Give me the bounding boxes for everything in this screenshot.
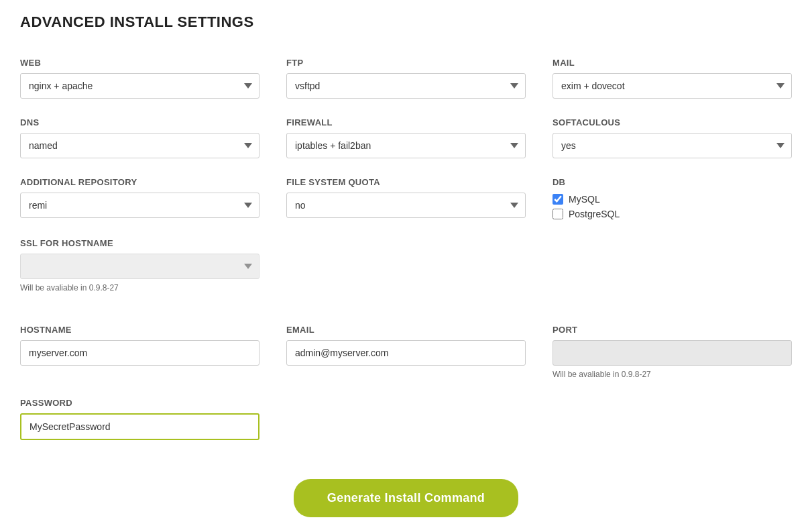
postgresql-label: PostgreSQL	[569, 209, 620, 219]
firewall-label: Firewall	[286, 117, 526, 127]
mysql-label: MySQL	[569, 194, 600, 205]
ftp-label: FTP	[286, 58, 526, 68]
mysql-checkbox-item: MySQL	[553, 194, 792, 205]
web-select[interactable]: nginx + apache apache nginx	[20, 73, 259, 99]
file-system-quota-group: File System Quota no yes	[286, 177, 526, 219]
firewall-group: Firewall iptables + fail2ban iptables no	[286, 117, 526, 158]
dns-group: DNS named bind no	[20, 117, 259, 158]
mail-select[interactable]: exim + dovecot exim dovecot	[553, 73, 792, 99]
generate-btn-container: Generate Install Command	[20, 479, 792, 530]
additional-repo-group: Additional Repository remi no	[20, 177, 259, 219]
hostname-label: Hostname	[20, 325, 259, 335]
password-label: Password	[20, 398, 259, 408]
web-group: WEB nginx + apache apache nginx	[20, 58, 259, 99]
file-system-quota-label: File System Quota	[286, 177, 526, 187]
hostname-group: Hostname	[20, 325, 259, 379]
generate-install-command-button[interactable]: Generate Install Command	[294, 479, 518, 517]
ssl-hostname-note: Will be avaliable in 0.9.8-27	[20, 283, 259, 293]
additional-repo-label: Additional Repository	[20, 177, 259, 187]
page-title: ADVANCED INSTALL SETTINGS	[20, 13, 792, 31]
email-input[interactable]	[286, 340, 526, 366]
port-group: Port Will be avaliable in 0.9.8-27	[553, 325, 792, 379]
ssl-hostname-group: SSL for Hostname Will be avaliable in 0.…	[20, 238, 259, 293]
softaculous-group: SOFTACULOUS yes no	[553, 117, 792, 158]
ftp-group: FTP vsftpd proftpd pure-ftpd	[286, 58, 526, 99]
firewall-select[interactable]: iptables + fail2ban iptables no	[286, 133, 526, 158]
ftp-select[interactable]: vsftpd proftpd pure-ftpd	[286, 73, 526, 99]
ssl-hostname-label: SSL for Hostname	[20, 238, 259, 248]
db-label: DB	[553, 177, 792, 187]
postgresql-checkbox[interactable]	[553, 209, 563, 219]
hostname-input[interactable]	[20, 340, 259, 366]
ssl-hostname-select	[20, 254, 259, 279]
mail-group: MAIL exim + dovecot exim dovecot	[553, 58, 792, 99]
port-input	[553, 340, 792, 366]
mail-label: MAIL	[553, 58, 792, 68]
password-input[interactable]	[20, 413, 259, 440]
softaculous-label: SOFTACULOUS	[553, 117, 792, 127]
email-label: Email	[286, 325, 526, 335]
port-label: Port	[553, 325, 792, 335]
additional-repo-select[interactable]: remi no	[20, 193, 259, 218]
email-group: Email	[286, 325, 526, 379]
dns-select[interactable]: named bind no	[20, 133, 259, 158]
db-group: DB MySQL PostgreSQL	[553, 177, 792, 219]
web-label: WEB	[20, 58, 259, 68]
file-system-quota-select[interactable]: no yes	[286, 193, 526, 218]
postgresql-checkbox-item: PostgreSQL	[553, 209, 792, 219]
password-group: Password	[20, 398, 259, 440]
softaculous-select[interactable]: yes no	[553, 133, 792, 158]
mysql-checkbox[interactable]	[553, 194, 563, 205]
port-note: Will be avaliable in 0.9.8-27	[553, 370, 792, 379]
dns-label: DNS	[20, 117, 259, 127]
